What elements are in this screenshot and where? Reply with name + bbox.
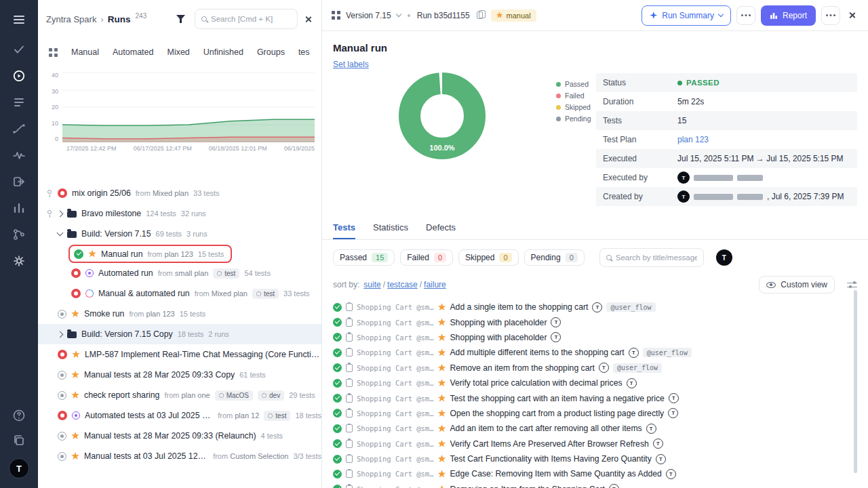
run-tests-count: 124 tests [146,209,176,218]
test-row[interactable]: Shopping Cart @sm… Test Cart Functionali… [333,451,868,466]
menu-icon[interactable] [12,12,26,27]
runs-search-input[interactable] [211,15,291,23]
sort-link[interactable]: testcase [387,280,424,289]
close-panel-icon[interactable] [304,16,312,23]
filter-icon[interactable] [176,15,185,23]
sort-by-label: sort by: [333,280,359,289]
passed-status-icon [333,379,342,388]
run-summary-button[interactable]: Run Summary [642,5,731,26]
runs-filter-tab[interactable]: Automated [113,47,153,57]
more-options-button[interactable] [821,6,840,25]
test-row[interactable]: Shopping Cart @sm… Shopping with placeho… [333,314,868,329]
passed-status-icon [333,470,342,479]
integrations-icon[interactable] [12,227,26,242]
flows-icon[interactable] [12,121,26,136]
status-filter-chip[interactable]: Pending 0 [524,249,585,266]
test-row[interactable]: Shopping Cart @sm… Add multiple differen… [333,345,868,360]
status-filter-chip[interactable]: Passed 15 [333,249,395,266]
export-icon[interactable] [12,174,26,189]
view-grid-icon[interactable] [49,48,58,57]
status-filter-chip[interactable]: Failed 0 [400,249,453,266]
run-row[interactable]: Automated tests at 03 Jul 2025 13:25 fro… [38,405,321,426]
redacted-name [694,175,733,181]
run-row[interactable]: mix origin 25/06 from Mixed plan 33 test… [38,183,321,203]
chevron-icon[interactable] [57,210,64,217]
view-settings-icon[interactable] [847,281,857,289]
run-row[interactable]: Build: Version 7.15 Copy 18 tests 2 runs [38,324,321,344]
version-selector[interactable]: Version 7.15 [346,11,391,20]
legend-item: Passed [556,80,591,88]
test-row[interactable]: Shopping Cart @sm… Edge Case: Removing I… [333,466,868,481]
runs-filter-tab[interactable]: tes [298,47,310,57]
copy-icon[interactable] [477,12,483,19]
suite-name: Shopping Cart [357,379,412,387]
chevron-icon[interactable] [57,331,64,338]
test-row[interactable]: Shopping Cart @sm… Verify total price ca… [333,375,868,390]
more-actions-button[interactable] [736,6,755,25]
run-row[interactable]: check report sharing from plan one MacOS… [38,385,321,405]
user-avatar[interactable]: T [9,458,29,479]
testcase-icon [346,303,353,311]
runs-filter-tab[interactable]: Groups [257,47,285,57]
run-type-icon [88,250,96,258]
run-row[interactable]: LMP-587 Implement Real-Time Chat Messagi… [38,344,321,365]
tests-search-input[interactable] [616,253,697,262]
test-row[interactable]: Shopping Cart @sm… Removing an Item from… [333,482,868,488]
testcase-icon [346,485,353,488]
runs-icon[interactable] [12,68,26,83]
close-detail-icon[interactable] [848,12,856,19]
reports-icon[interactable] [12,201,26,216]
detail-tab[interactable]: Tests [333,222,355,239]
test-plans-icon[interactable] [12,95,26,110]
run-runs-count: 32 runs [181,209,206,218]
run-row[interactable]: Smoke run from plan 123 15 tests [38,304,321,324]
info-row: Test Plan plan 123 [596,130,857,149]
run-title: Bravo milestone [81,209,141,218]
chart-x-axis-labels: 17/2025 12:42 PM06/17/2025 12:47 PM06/18… [66,145,315,152]
run-row[interactable]: Manual run from plan 123 15 tests [68,245,232,263]
sort-link[interactable]: suite [363,280,387,289]
testcase-icon [346,409,353,418]
suite-path: @sm… [416,470,433,478]
detail-tab[interactable]: Defects [426,222,456,239]
test-row[interactable]: Shopping Cart @sm… Remove an item from t… [333,361,868,375]
sort-link[interactable]: failure [424,280,450,289]
report-button[interactable]: Report [761,5,816,26]
assignee-filter-avatar[interactable]: T [716,249,732,266]
runs-filter-tab[interactable]: Manual [71,47,99,57]
runs-filter-tab[interactable]: Unfinished [203,47,243,57]
scrollbar[interactable] [854,290,857,473]
run-row[interactable]: Manual tests at 03 Jul 2025 12:08 from C… [38,446,321,466]
test-row[interactable]: Shopping Cart @sm… Add an item to the ca… [333,421,868,436]
test-row[interactable]: Shopping Cart @sm… Verify Cart Items Are… [333,436,868,451]
runs-filter-tab[interactable]: Mixed [167,47,189,57]
detail-tab[interactable]: Statistics [373,222,408,239]
custom-view-button[interactable]: Custom view [759,276,835,293]
legend-dot [556,117,561,121]
breadcrumb-project[interactable]: Zyntra Spark [46,14,96,24]
projects-icon[interactable] [12,433,26,448]
test-row[interactable]: Shopping Cart @sm… Shopping with placeho… [333,330,868,345]
status-filter-chip[interactable]: Skipped 0 [458,249,519,266]
run-row[interactable]: Build: Version 7.15 69 tests 3 runs [38,224,321,244]
run-row[interactable]: Manual tests at 28 Mar 2025 09:33 (Relau… [38,426,321,446]
chevron-down-icon[interactable] [395,12,401,17]
app: T Zyntra Spark › Runs 243 ManualAutomate… [0,0,868,488]
set-labels-link[interactable]: Set labels [333,60,369,69]
run-row[interactable]: Manual tests at 28 Mar 2025 09:33 Copy 6… [38,365,321,385]
help-icon[interactable] [12,408,26,423]
report-chart-icon [770,12,778,20]
test-row[interactable]: Shopping Cart @sm… Test the shopping car… [333,390,868,405]
run-row[interactable]: Bravo milestone 124 tests 32 runs [38,203,321,224]
test-row[interactable]: Shopping Cart @sm… Add a single item to … [333,300,868,314]
test-row[interactable]: Shopping Cart @sm… Open the shopping car… [333,406,868,421]
filters-row: Passed 15 Failed 0 Skipped 0 Pendin [333,248,857,267]
settings-icon[interactable] [12,253,26,268]
chevron-icon[interactable] [57,230,64,237]
run-row[interactable]: Manual & automated run from Mixed plan t… [38,283,321,304]
run-row[interactable]: Automated run from small plan test 54 te… [38,263,321,283]
tests-icon[interactable] [12,42,26,57]
gear-icon [256,291,261,296]
analytics-icon[interactable] [12,148,26,163]
info-label: Executed by [603,173,677,182]
